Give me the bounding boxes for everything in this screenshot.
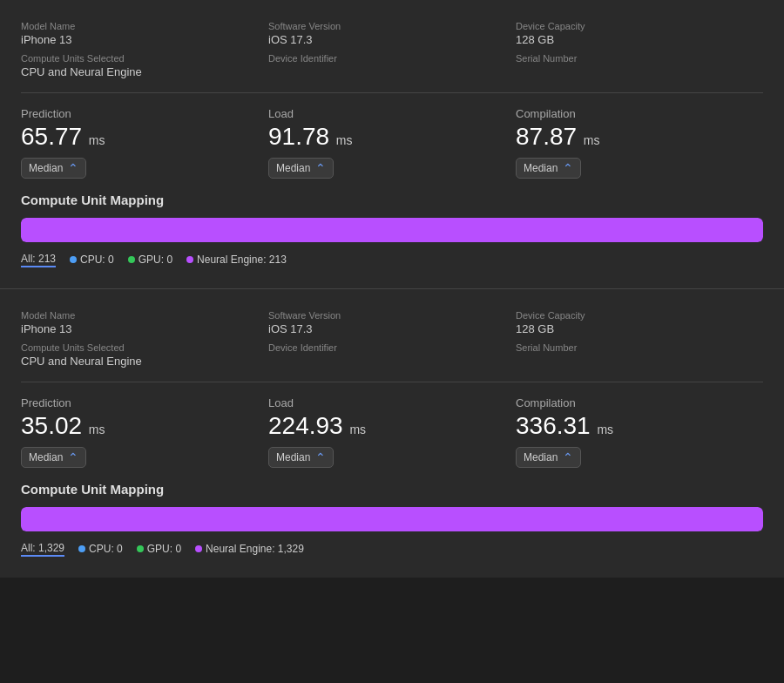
- metric-dropdown-2[interactable]: Median ⌃: [516, 158, 581, 179]
- metrics-grid: Prediction 35.02 ms Median ⌃ Load 224.93…: [21, 396, 763, 468]
- serial-number-label: Serial Number: [516, 53, 763, 64]
- compute-units-cell: Compute Units Selected CPU and Neural En…: [21, 339, 268, 371]
- metric-unit-0: ms: [89, 423, 105, 436]
- legend-cpu: CPU: 0: [70, 254, 114, 266]
- model-name-label: Model Name: [21, 310, 268, 321]
- divider: [21, 92, 763, 93]
- neural-engine-bar-fill: [21, 218, 763, 242]
- serial-number-label: Serial Number: [516, 342, 763, 353]
- compute-unit-mapping-title: Compute Unit Mapping: [21, 193, 763, 207]
- device-capacity-cell: Device Capacity 128 GB: [516, 307, 763, 339]
- metric-value-2: 336.31 ms: [516, 413, 763, 440]
- info-grid: Model Name iPhone 13 Software Version iO…: [21, 307, 763, 371]
- cpu-dot-icon: [70, 256, 77, 263]
- divider: [21, 382, 763, 382]
- software-version-cell: Software Version iOS 17.3: [268, 17, 516, 50]
- device-capacity-label: Device Capacity: [516, 310, 763, 321]
- legend-neural: Neural Engine: 213: [186, 254, 287, 266]
- metric-unit-0: ms: [89, 133, 105, 147]
- metric-label-0: Prediction: [21, 396, 268, 409]
- compute-units-label: Compute Units Selected: [21, 53, 268, 64]
- legend-all: All: 1,329: [21, 542, 64, 557]
- compute-units-cell: Compute Units Selected CPU and Neural En…: [21, 50, 268, 82]
- legend-cpu-label: CPU: 0: [89, 543, 123, 555]
- panel-1: Model Name iPhone 13 Software Version iO…: [0, 0, 784, 289]
- compute-units-label: Compute Units Selected: [21, 342, 268, 353]
- software-version-value: iOS 17.3: [268, 322, 516, 335]
- metric-label-1: Load: [268, 107, 516, 120]
- panel-2: Model Name iPhone 13 Software Version iO…: [0, 289, 784, 578]
- dropdown-label-2: Median: [524, 451, 558, 463]
- neural-dot-icon: [195, 545, 202, 552]
- device-identifier-cell: Device Identifier: [268, 339, 516, 371]
- legend-gpu-label: GPU: 0: [139, 254, 172, 266]
- software-version-cell: Software Version iOS 17.3: [268, 307, 516, 339]
- legend-neural: Neural Engine: 1,329: [195, 543, 304, 555]
- metric-dropdown-0[interactable]: Median ⌃: [21, 447, 86, 468]
- chevron-down-icon: ⌃: [315, 450, 326, 464]
- legend-gpu: GPU: 0: [137, 543, 181, 555]
- dropdown-label-1: Median: [276, 162, 310, 174]
- compute-unit-bar: [21, 218, 763, 242]
- model-name-value: iPhone 13: [21, 322, 268, 335]
- legend-gpu: GPU: 0: [128, 254, 172, 266]
- device-capacity-value: 128 GB: [516, 322, 763, 335]
- metric-label-0: Prediction: [21, 107, 268, 120]
- software-version-value: iOS 17.3: [268, 33, 516, 46]
- neural-dot-icon: [186, 256, 193, 263]
- metric-unit-2: ms: [584, 133, 600, 147]
- metric-cell-1: Load 91.78 ms Median ⌃: [268, 107, 516, 179]
- chevron-down-icon: ⌃: [563, 161, 573, 175]
- device-identifier-label: Device Identifier: [268, 53, 516, 64]
- device-capacity-cell: Device Capacity 128 GB: [516, 17, 763, 50]
- gpu-dot-icon: [137, 545, 144, 552]
- metric-dropdown-1[interactable]: Median ⌃: [268, 158, 334, 179]
- neural-engine-bar-fill: [21, 507, 763, 531]
- bar-legend: All: 213 CPU: 0 GPU: 0 Neural Engine: 21…: [21, 253, 763, 267]
- metric-cell-2: Compilation 87.87 ms Median ⌃: [516, 107, 763, 179]
- metric-cell-2: Compilation 336.31 ms Median ⌃: [516, 396, 763, 468]
- chevron-down-icon: ⌃: [315, 161, 326, 175]
- dropdown-label-1: Median: [276, 451, 310, 463]
- cpu-dot-icon: [78, 545, 85, 552]
- legend-neural-label: Neural Engine: 1,329: [206, 543, 304, 555]
- metric-value-0: 35.02 ms: [21, 413, 268, 440]
- metric-cell-1: Load 224.93 ms Median ⌃: [268, 396, 516, 468]
- model-name-value: iPhone 13: [21, 33, 268, 46]
- metric-cell-0: Prediction 35.02 ms Median ⌃: [21, 396, 268, 468]
- dropdown-label-2: Median: [524, 162, 558, 174]
- metric-value-1: 224.93 ms: [268, 413, 516, 440]
- metric-value-2: 87.87 ms: [516, 124, 763, 151]
- legend-gpu-label: GPU: 0: [147, 543, 181, 555]
- model-name-label: Model Name: [21, 21, 268, 31]
- metrics-grid: Prediction 65.77 ms Median ⌃ Load 91.78 …: [21, 107, 763, 179]
- info-grid: Model Name iPhone 13 Software Version iO…: [21, 17, 763, 82]
- metric-value-0: 65.77 ms: [21, 124, 268, 151]
- device-capacity-label: Device Capacity: [516, 21, 763, 31]
- legend-all: All: 213: [21, 253, 56, 267]
- device-identifier-label: Device Identifier: [268, 342, 516, 353]
- metric-label-2: Compilation: [516, 107, 763, 120]
- chevron-down-icon: ⌃: [68, 450, 78, 464]
- dropdown-label-0: Median: [29, 451, 63, 463]
- metric-dropdown-1[interactable]: Median ⌃: [268, 447, 334, 468]
- legend-cpu-label: CPU: 0: [80, 254, 114, 266]
- software-version-label: Software Version: [268, 310, 516, 321]
- metric-cell-0: Prediction 65.77 ms Median ⌃: [21, 107, 268, 179]
- model-name-cell: Model Name iPhone 13: [21, 17, 268, 50]
- serial-number-cell: Serial Number: [516, 339, 763, 371]
- metric-unit-2: ms: [597, 423, 613, 436]
- bar-legend: All: 1,329 CPU: 0 GPU: 0 Neural Engine: …: [21, 542, 763, 557]
- metric-label-2: Compilation: [516, 396, 763, 409]
- metric-label-1: Load: [268, 396, 516, 409]
- metric-dropdown-2[interactable]: Median ⌃: [516, 447, 581, 468]
- chevron-down-icon: ⌃: [68, 161, 78, 175]
- metric-unit-1: ms: [336, 133, 353, 147]
- metric-value-1: 91.78 ms: [268, 124, 516, 151]
- metric-dropdown-0[interactable]: Median ⌃: [21, 158, 86, 179]
- app-container: Model Name iPhone 13 Software Version iO…: [0, 0, 784, 578]
- metric-unit-1: ms: [349, 423, 366, 436]
- serial-number-cell: Serial Number: [516, 50, 763, 82]
- dropdown-label-0: Median: [29, 162, 63, 174]
- gpu-dot-icon: [128, 256, 135, 263]
